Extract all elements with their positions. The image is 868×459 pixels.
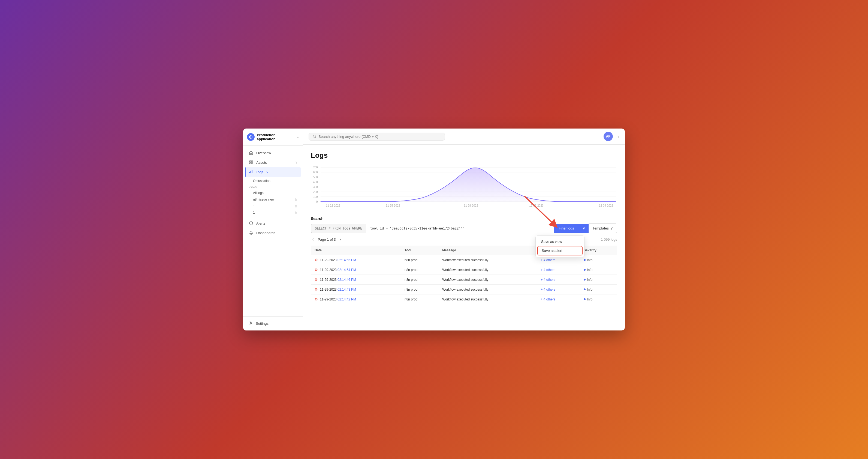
filter-dropdown-button[interactable]: ∨ (579, 224, 589, 233)
sidebar-item-n8n-issue-view[interactable]: n8n issue view 🗑 (243, 196, 303, 203)
bar-chart-icon (249, 169, 253, 175)
extra-data-link[interactable]: + 4 others (540, 268, 555, 272)
delete-n8n-view-icon[interactable]: 🗑 (294, 198, 298, 201)
delete-view-1a-icon[interactable]: 🗑 (294, 204, 298, 208)
logs-chart: 700 600 500 400 300 200 100 0 (311, 165, 617, 210)
col-severity: Severity (580, 246, 617, 255)
next-page-button[interactable]: › (338, 236, 343, 242)
time-link[interactable]: 02:14:42 PM (338, 297, 356, 301)
cell-tool: n8n prod (401, 275, 438, 285)
delete-view-1b-icon[interactable]: 🗑 (294, 211, 298, 214)
global-search-input[interactable] (318, 135, 441, 139)
all-logs-label: All logs (253, 191, 298, 195)
extra-data-link[interactable]: + 4 others (540, 278, 555, 282)
tool-icon: ⚙ (315, 278, 318, 282)
sidebar: Production application ⌄ Overview Assets… (243, 128, 303, 331)
table-row[interactable]: ⚙ 11-29-2023 02:14:54 PM n8n prod Workfl… (311, 265, 617, 275)
cell-extra: + 4 others (537, 265, 580, 275)
save-as-alert-item[interactable]: Save as alert (537, 246, 583, 255)
n8n-issue-view-label: n8n issue view (253, 198, 292, 201)
sidebar-item-all-logs[interactable]: All logs (243, 190, 303, 196)
severity-label: Info (587, 258, 592, 262)
sidebar-item-alerts[interactable]: Alerts (245, 219, 301, 228)
content-area: Logs 700 600 500 400 300 200 100 0 (303, 145, 625, 331)
sidebar-item-alerts-label: Alerts (256, 221, 298, 225)
col-message: Message (438, 246, 537, 255)
chart-svg: 700 600 500 400 300 200 100 0 (311, 165, 617, 209)
sidebar-item-view-1a[interactable]: 1 🗑 (243, 203, 303, 209)
svg-point-11 (251, 224, 251, 224)
svg-text:11-22-2023: 11-22-2023 (326, 204, 340, 207)
prev-page-button[interactable]: ‹ (311, 236, 315, 242)
severity-dot (584, 288, 586, 290)
cell-message: Workflow executed successfully (438, 294, 537, 304)
svg-text:11-25-2023: 11-25-2023 (386, 204, 400, 207)
severity-dot (584, 279, 586, 281)
cell-extra: + 4 others (537, 275, 580, 285)
save-as-view-item[interactable]: Save as view (537, 237, 583, 246)
user-avatar-button[interactable]: AP (603, 132, 613, 141)
logs-sub-section: Obfuscation Views All logs n8n issue vie… (243, 177, 303, 217)
extra-data-link[interactable]: + 4 others (540, 258, 555, 262)
view-1b-label: 1 (253, 211, 292, 214)
cell-message: Workflow executed successfully (438, 255, 537, 265)
sidebar-item-logs-label: Logs (256, 170, 264, 174)
severity-badge: Info (584, 297, 613, 301)
grid-icon (249, 160, 253, 165)
global-search-box[interactable] (309, 133, 445, 141)
extra-data-link[interactable]: + 4 others (540, 297, 555, 301)
svg-text:100: 100 (313, 195, 318, 198)
logs-count: 1 099 logs (601, 237, 617, 241)
cell-tool: n8n prod (401, 294, 438, 304)
severity-dot (584, 298, 586, 300)
filter-logs-button[interactable]: Filter logs (554, 224, 579, 233)
sidebar-item-dashboards[interactable]: Dashboards (245, 228, 301, 237)
sidebar-item-logs[interactable]: Logs ∨ (245, 167, 301, 177)
severity-badge: Info (584, 258, 613, 262)
severity-label: Info (587, 268, 592, 272)
severity-badge: Info (584, 288, 613, 291)
svg-rect-6 (249, 172, 250, 173)
logs-chevron-icon: ∨ (266, 170, 269, 174)
svg-text:12-04-2023: 12-04-2023 (599, 204, 613, 207)
svg-text:11-28-2023: 11-28-2023 (464, 204, 478, 207)
sidebar-nav: Overview Assets ∨ Logs ∨ Obfuscat (243, 146, 303, 316)
templates-button[interactable]: Templates ∨ (589, 224, 617, 233)
views-section-label: Views (243, 184, 303, 190)
table-row[interactable]: ⚙ 11-29-2023 02:14:43 PM n8n prod Workfl… (311, 285, 617, 294)
extra-data-link[interactable]: + 4 others (540, 288, 555, 291)
sidebar-item-overview[interactable]: Overview (245, 148, 301, 157)
sidebar-item-dashboards-label: Dashboards (256, 231, 298, 235)
time-link[interactable]: 02:14:46 PM (338, 278, 356, 282)
severity-badge: Info (584, 278, 613, 282)
svg-rect-8 (252, 170, 252, 173)
sql-query-input[interactable] (366, 224, 554, 233)
sidebar-item-settings[interactable]: Settings (245, 319, 301, 328)
svg-rect-3 (251, 161, 253, 162)
svg-text:500: 500 (313, 176, 318, 179)
templates-label: Templates (593, 226, 609, 230)
severity-dot (584, 269, 586, 271)
time-link[interactable]: 02:14:55 PM (338, 258, 356, 262)
sidebar-item-view-1b[interactable]: 1 🗑 (243, 209, 303, 216)
time-link[interactable]: 02:14:54 PM (338, 268, 356, 272)
search-section-label: Search (311, 217, 617, 221)
app-switcher-icon[interactable]: ⌄ (297, 135, 299, 139)
cell-severity: Info (580, 294, 617, 304)
table-row[interactable]: ⚙ 11-29-2023 02:14:42 PM n8n prod Workfl… (311, 294, 617, 304)
time-link[interactable]: 02:14:43 PM (338, 288, 356, 291)
cell-severity: Info (580, 255, 617, 265)
svg-line-14 (315, 137, 316, 138)
sidebar-header[interactable]: Production application ⌄ (243, 128, 303, 146)
cell-severity: Info (580, 275, 617, 285)
sidebar-item-obfuscation[interactable]: Obfuscation (243, 178, 303, 184)
user-menu-chevron-icon[interactable]: ∨ (617, 135, 619, 138)
severity-label: Info (587, 278, 592, 282)
app-window: Production application ⌄ Overview Assets… (243, 128, 625, 331)
sidebar-item-assets[interactable]: Assets ∨ (245, 158, 301, 167)
svg-text:12-01-2023: 12-01-2023 (529, 204, 544, 207)
svg-text:700: 700 (313, 166, 318, 169)
sidebar-footer: Settings (243, 316, 303, 331)
svg-text:600: 600 (313, 171, 318, 174)
table-row[interactable]: ⚙ 11-29-2023 02:14:46 PM n8n prod Workfl… (311, 275, 617, 285)
